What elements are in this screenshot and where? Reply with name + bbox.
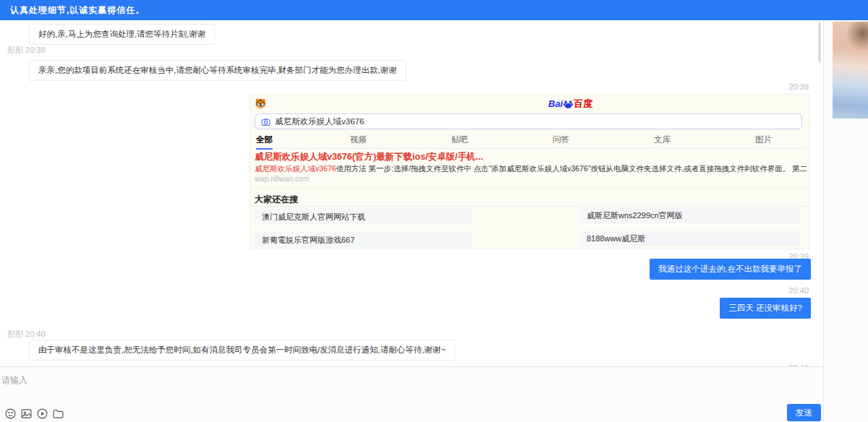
tab-all: 全部 [256,134,273,150]
agent-avatar[interactable] [833,22,868,119]
agent-message-text: 好的,亲,马上为您查询处理,请您等待片刻,谢谢 [38,30,205,38]
emoji-smiley-icon[interactable] [4,408,17,420]
agent-message: 由于审核不是这里负责,恕无法给予您时间,如有消息我司专员会第一时间致电/发消息进… [29,340,455,361]
divider [250,206,809,207]
related-search-item: 新葡電娱乐官网版游戏667 [255,232,472,248]
agent-name-time-label: 彤彤 20:40 [7,329,46,340]
composer-toolbar [4,408,64,420]
chat-window: 认真处理细节,以诚实赢得信任。 好的,亲,马上为您查询处理,请您等待片刻,谢谢 … [0,0,868,422]
right-sidebar [823,20,868,422]
baidu-search-box: 威尼斯欢乐娱人域v3676 [255,113,802,129]
baidu-logo-cn-text: 百度 [574,98,592,109]
search-result-highlight: 威尼斯欢乐娱人域v3676 [255,164,336,173]
message-timestamp: 20:40 [788,286,809,295]
camera-icon [261,117,271,126]
baidu-tabs: 全部 视频 贴吧 问答 文库 图片 [255,132,807,149]
user-message-text: 我通过这个进去的,在不出款我要举报了 [658,264,802,273]
user-message: 三四天 还没审核好? [720,298,811,319]
baidu-logo: Bai百度 [548,98,592,111]
related-search-item: 澳门威尼克斯人官网网站下载 [255,209,472,225]
image-upload-icon[interactable] [20,408,33,420]
notice-banner-text: 认真处理细节,以诚实赢得信任。 [10,5,145,15]
tab-images: 图片 [755,134,772,145]
tab-tieba: 贴吧 [451,134,468,145]
search-result-description: 威尼斯欢乐娱人域v3676使用方法 第一步:选择/拖拽文件至软件中 点击“添加威… [255,164,807,174]
user-message-text: 三四天 还没审核好? [728,303,802,312]
agent-message-text: 亲亲,您的款项目前系统还在审核当中,请您耐心等待系统审核完毕,财务部门才能为您办… [38,66,397,74]
search-result-title: 威尼斯欢乐娱人域v3676(官方)最新下载ios/安卓版/手机... [255,151,483,163]
related-search-item: 威斯尼斯wns2299cn官网版 [579,207,800,223]
message-composer: 发送 [0,366,823,422]
related-search-item: 8188www威尼斯 [579,231,800,246]
shared-image-baidu-screenshot[interactable]: 🐯 Bai百度 威尼斯欢乐娱人域v3676 全部 视频 贴吧 问答 文库 图片 … [250,94,810,249]
search-result-desc-text: 使用方法 第一步:选择/拖拽文件至软件中 点击“添加威尼斯欢乐娱人域v3676”… [336,164,807,173]
baidu-paw-icon [563,99,573,108]
send-button[interactable]: 发送 [787,404,821,421]
baidu-logo-bai-text: Bai [548,98,563,109]
notice-banner: 认真处理细节,以诚实赢得信任。 [0,0,868,20]
related-searches-title: 大家还在搜 [255,194,298,206]
agent-name-time-label: 彤彤 20:38 [7,45,46,56]
chat-message-area: 好的,亲,马上为您查询处理,请您等待片刻,谢谢 彤彤 20:38 亲亲,您的款项… [0,20,823,366]
divider [250,187,809,188]
tab-qa: 问答 [553,134,569,145]
video-play-icon[interactable] [36,408,48,420]
agent-message: 亲亲,您的款项目前系统还在审核当中,请您耐心等待系统审核完毕,财务部门才能为您办… [29,60,407,81]
user-message: 我通过这个进去的,在不出款我要举报了 [650,259,811,280]
folder-file-icon[interactable] [52,408,64,420]
tiger-emoji-icon: 🐯 [255,98,266,109]
search-result-url: wap.n8wan.com [255,174,310,183]
search-query-text: 威尼斯欢乐娱人域v3676 [275,116,364,127]
scrollbar-thumb[interactable] [818,22,821,62]
message-input[interactable] [0,370,593,400]
agent-message: 好的,亲,马上为您查询处理,请您等待片刻,谢谢 [29,24,215,45]
message-timestamp: 20:39 [788,82,809,91]
tab-wenku: 文库 [654,134,671,145]
agent-message-text: 由于审核不是这里负责,恕无法给予您时间,如有消息我司专员会第一时间致电/发消息进… [38,345,446,354]
tab-video: 视频 [350,134,367,145]
